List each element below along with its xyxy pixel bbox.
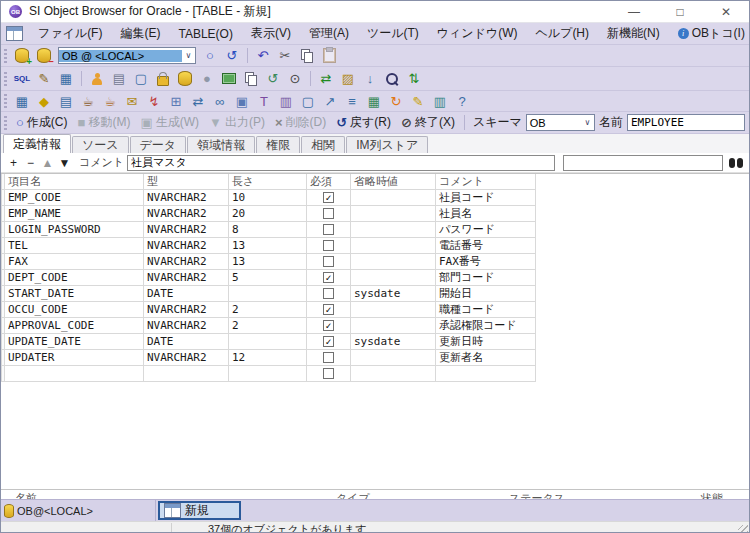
required-checkbox[interactable] [323, 288, 334, 299]
column-icon[interactable]: ▥ [429, 92, 451, 111]
user-object-icon[interactable]: ▢ [297, 92, 319, 111]
db-connect-icon[interactable]: + [11, 46, 33, 65]
cell-必須[interactable] [307, 254, 351, 270]
cell-型[interactable]: NVARCHAR2 [144, 254, 229, 270]
menu-item-10[interactable]: iOBトコ(I) [669, 25, 750, 42]
create-button[interactable]: ○作成(C) [14, 114, 70, 131]
menu-item-5[interactable]: 管理(A) [300, 25, 358, 42]
column-definition-grid[interactable]: 項目名型長さ必須省略時値コメントEMP_CODENVARCHAR210✓社員コー… [1, 173, 749, 489]
toolbar-gripper[interactable] [4, 94, 7, 108]
menu-item-4[interactable]: 表示(V) [242, 25, 300, 42]
cell-必須[interactable]: ✓ [307, 190, 351, 206]
paste-icon[interactable] [318, 46, 340, 65]
cell-型[interactable]: NVARCHAR2 [144, 318, 229, 334]
toolbar-gripper[interactable] [4, 72, 7, 86]
table-row[interactable]: LOGIN_PASSWORDNVARCHAR28パスワード [1, 222, 749, 238]
cell-コメント[interactable]: 職種コード [436, 302, 536, 318]
db-link-icon[interactable]: ∞ [209, 92, 231, 111]
rollback-icon[interactable]: ↺ [221, 46, 243, 65]
script-editor-icon[interactable]: ✎ [33, 69, 55, 88]
cell-型[interactable]: NVARCHAR2 [144, 222, 229, 238]
view-icon[interactable]: ▤ [55, 92, 77, 111]
tablespace-icon[interactable] [174, 69, 196, 88]
export-icon[interactable]: ▨ [337, 69, 359, 88]
add-row-button[interactable]: + [5, 156, 22, 170]
cell-コメント[interactable]: 開始日 [436, 286, 536, 302]
cell-長さ[interactable]: 2 [229, 302, 307, 318]
cell-省略時値[interactable] [351, 350, 436, 366]
table-row[interactable]: OCCU_CODENVARCHAR22✓職種コード [1, 302, 749, 318]
sql-editor-icon[interactable]: SQL [11, 69, 33, 88]
cell-省略時値[interactable]: sysdate [351, 286, 436, 302]
cell-型[interactable] [144, 366, 229, 382]
import-icon[interactable]: ↓ [359, 69, 381, 88]
table-row[interactable]: EMP_CODENVARCHAR210✓社員コード [1, 190, 749, 206]
remove-row-button[interactable]: − [22, 156, 39, 170]
key-icon[interactable]: ◆ [33, 92, 55, 111]
cell-必須[interactable]: ✓ [307, 318, 351, 334]
cell-コメント[interactable]: 電話番号 [436, 238, 536, 254]
maximize-button[interactable]: □ [657, 1, 703, 22]
menu-item-9[interactable]: 新機能(N) [598, 25, 669, 42]
menu-item-8[interactable]: ヘルプ(H) [527, 25, 599, 42]
package-icon[interactable]: ✉ [121, 92, 143, 111]
copy-icon[interactable] [296, 46, 318, 65]
cell-型[interactable]: NVARCHAR2 [144, 238, 229, 254]
user-icon[interactable] [86, 69, 108, 88]
cell-コメント[interactable]: 社員名 [436, 206, 536, 222]
toolbar-gripper[interactable] [4, 49, 7, 63]
mdi-document-icon[interactable] [6, 26, 23, 41]
cell-項目名[interactable]: UPDATER [5, 350, 144, 366]
document-tab-new[interactable]: 新規 [158, 501, 241, 520]
cell-項目名[interactable]: EMP_NAME [5, 206, 144, 222]
cell-型[interactable]: DATE [144, 286, 229, 302]
cell-長さ[interactable]: 2 [229, 318, 307, 334]
close-button[interactable]: ⊘終了(X) [399, 114, 457, 131]
cell-長さ[interactable]: 5 [229, 270, 307, 286]
lock-icon[interactable] [152, 69, 174, 88]
recycle-bin-icon[interactable]: ↺ [262, 69, 284, 88]
storage-icon[interactable]: ▤ [108, 69, 130, 88]
cell-必須[interactable] [307, 222, 351, 238]
cell-型[interactable]: NVARCHAR2 [144, 350, 229, 366]
minimize-button[interactable]: — [611, 1, 657, 22]
cell-必須[interactable]: ✓ [307, 302, 351, 318]
shortcut-icon[interactable]: ↗ [319, 92, 341, 111]
required-checkbox[interactable]: ✓ [323, 304, 334, 315]
cell-長さ[interactable]: 10 [229, 190, 307, 206]
move-row-up-button[interactable]: ▲ [39, 156, 56, 170]
cell-長さ[interactable]: 20 [229, 206, 307, 222]
menu-item-3[interactable]: TABLE(O) [169, 27, 241, 41]
find-button[interactable] [729, 158, 744, 168]
move-button[interactable]: ■移動(M) [76, 114, 133, 131]
rollback-segment-icon[interactable]: ● [196, 69, 218, 88]
cell-長さ[interactable]: 13 [229, 238, 307, 254]
properties-icon[interactable]: ≡ [341, 92, 363, 111]
sequence-icon[interactable]: ⊞ [165, 92, 187, 111]
cell-コメント[interactable]: 社員コード [436, 190, 536, 206]
generate-button[interactable]: ▣生成(W) [138, 114, 201, 131]
tab-1[interactable]: 定義情報 [3, 134, 71, 153]
session-item[interactable]: OB@<LOCAL> [1, 500, 156, 521]
cell-省略時値[interactable] [351, 238, 436, 254]
materialized-view-icon[interactable]: ▥ [275, 92, 297, 111]
refresh-objects-icon[interactable]: ↻ [385, 92, 407, 111]
undo-icon[interactable]: ↶ [252, 46, 274, 65]
calendar-icon[interactable]: ▦ [363, 92, 385, 111]
move-row-down-button[interactable]: ▼ [56, 156, 73, 170]
cell-必須[interactable] [307, 238, 351, 254]
table-row[interactable]: FAXNVARCHAR213FAX番号 [1, 254, 749, 270]
cell-型[interactable]: NVARCHAR2 [144, 270, 229, 286]
schema-combobox[interactable]: OB ∨ [526, 114, 595, 131]
synonym-icon[interactable]: ⇄ [187, 92, 209, 111]
function-icon[interactable]: ☕ [99, 92, 121, 111]
cell-省略時値[interactable]: sysdate [351, 334, 436, 350]
cell-省略時値[interactable] [351, 222, 436, 238]
tab-7[interactable]: IM列ストア [346, 136, 428, 153]
filter-input[interactable] [563, 155, 723, 171]
table-row[interactable]: APPROVAL_CODENVARCHAR22✓承認権限コード [1, 318, 749, 334]
table-row[interactable]: UPDATE_DATEDATE✓sysdate更新日時 [1, 334, 749, 350]
cell-必須[interactable] [307, 366, 351, 382]
cell-必須[interactable]: ✓ [307, 334, 351, 350]
required-checkbox[interactable]: ✓ [323, 192, 334, 203]
